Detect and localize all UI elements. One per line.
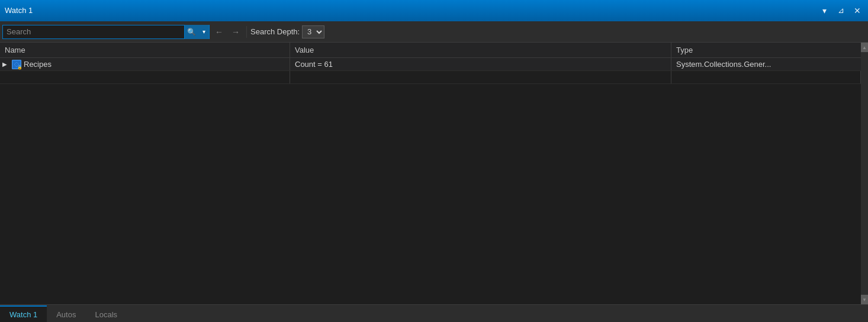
collection-icon: 🔒 bbox=[12, 60, 21, 69]
empty-type bbox=[671, 71, 861, 83]
search-wrapper: 🔍 ▾ bbox=[2, 25, 210, 39]
main-area: Name Value Type ▶ 🔒 bbox=[0, 43, 868, 304]
scroll-down-button[interactable]: ▼ bbox=[861, 295, 868, 304]
tab-autos-label: Autos bbox=[56, 310, 76, 319]
tab-locals[interactable]: Locals bbox=[85, 305, 127, 322]
search-dropdown-button[interactable]: ▾ bbox=[198, 25, 209, 39]
tab-bar: Watch 1 Autos Locals bbox=[0, 304, 868, 322]
tab-watch1-label: Watch 1 bbox=[9, 310, 37, 319]
table-header: Name Value Type bbox=[0, 43, 861, 58]
tab-autos[interactable]: Autos bbox=[47, 305, 85, 322]
tab-watch1[interactable]: Watch 1 bbox=[0, 305, 47, 322]
nav-back-button[interactable]: ← bbox=[212, 25, 226, 39]
scrollbar-track: ▲ ▼ bbox=[861, 43, 868, 304]
row-value-cell: Count = 61 bbox=[290, 58, 671, 70]
empty-value bbox=[290, 71, 671, 83]
table-body: ▶ 🔒 Recipes Count = 61 System.Collection bbox=[0, 58, 861, 84]
column-header-type: Type bbox=[671, 43, 861, 57]
row-type-cell: System.Collections.Gener... bbox=[671, 58, 861, 70]
column-header-value: Value bbox=[290, 43, 671, 57]
toolbar: 🔍 ▾ ← → Search Depth: 1 2 3 4 5 bbox=[0, 21, 868, 43]
toolbar-separator bbox=[246, 26, 247, 38]
tab-locals-label: Locals bbox=[95, 310, 117, 319]
table-wrapper: Name Value Type ▶ 🔒 bbox=[0, 43, 861, 304]
window-title: Watch 1 bbox=[5, 6, 33, 15]
table-row[interactable]: ▶ 🔒 Recipes Count = 61 System.Collection bbox=[0, 58, 861, 71]
title-bar-controls: ▾ ⊿ ✕ bbox=[818, 5, 863, 17]
search-depth-label: Search Depth: bbox=[250, 27, 300, 36]
empty-row[interactable] bbox=[0, 71, 861, 84]
nav-forward-button[interactable]: → bbox=[229, 25, 243, 39]
search-input[interactable] bbox=[3, 25, 184, 38]
search-button[interactable]: 🔍 bbox=[184, 25, 198, 39]
pin-button[interactable]: ⊿ bbox=[835, 5, 847, 17]
dropdown-button[interactable]: ▾ bbox=[818, 5, 830, 17]
search-depth-select[interactable]: 1 2 3 4 5 bbox=[302, 25, 324, 38]
title-bar: Watch 1 ▾ ⊿ ✕ bbox=[0, 0, 868, 21]
expand-arrow[interactable]: ▶ bbox=[2, 61, 9, 67]
empty-name bbox=[0, 71, 290, 83]
row-name-cell: ▶ 🔒 Recipes bbox=[0, 58, 290, 70]
row-name-value: Recipes bbox=[24, 60, 52, 69]
close-button[interactable]: ✕ bbox=[851, 5, 863, 17]
scroll-up-button[interactable]: ▲ bbox=[861, 43, 868, 52]
column-header-name: Name bbox=[0, 43, 290, 57]
lock-icon: 🔒 bbox=[17, 65, 22, 70]
